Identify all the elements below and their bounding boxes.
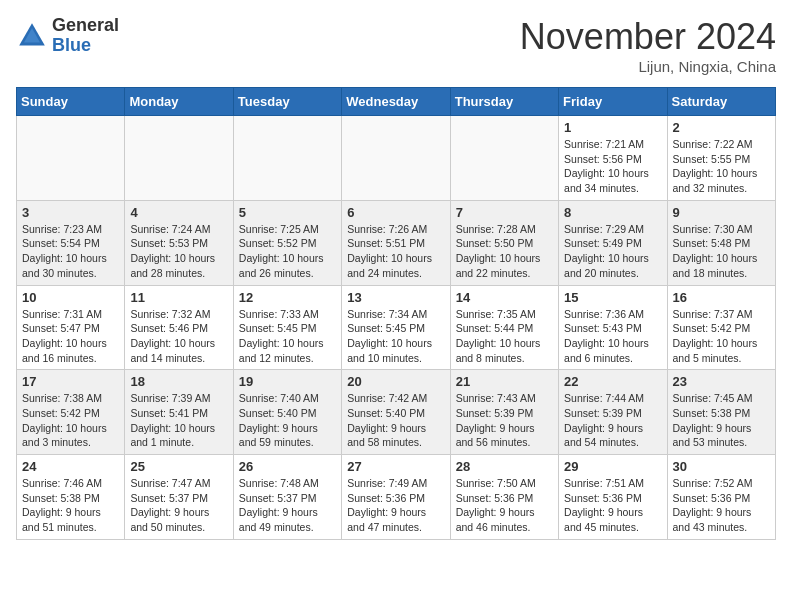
- calendar-cell: 20Sunrise: 7:42 AMSunset: 5:40 PMDayligh…: [342, 370, 450, 455]
- day-number: 16: [673, 290, 770, 305]
- day-info: Sunrise: 7:30 AMSunset: 5:48 PMDaylight:…: [673, 222, 770, 281]
- calendar-cell: 28Sunrise: 7:50 AMSunset: 5:36 PMDayligh…: [450, 455, 558, 540]
- calendar-cell: 1Sunrise: 7:21 AMSunset: 5:56 PMDaylight…: [559, 116, 667, 201]
- day-number: 21: [456, 374, 553, 389]
- calendar-cell: [125, 116, 233, 201]
- day-info: Sunrise: 7:44 AMSunset: 5:39 PMDaylight:…: [564, 391, 661, 450]
- day-info: Sunrise: 7:22 AMSunset: 5:55 PMDaylight:…: [673, 137, 770, 196]
- calendar-header-row: SundayMondayTuesdayWednesdayThursdayFrid…: [17, 88, 776, 116]
- day-info: Sunrise: 7:26 AMSunset: 5:51 PMDaylight:…: [347, 222, 444, 281]
- day-info: Sunrise: 7:42 AMSunset: 5:40 PMDaylight:…: [347, 391, 444, 450]
- calendar-cell: 15Sunrise: 7:36 AMSunset: 5:43 PMDayligh…: [559, 285, 667, 370]
- calendar-cell: 3Sunrise: 7:23 AMSunset: 5:54 PMDaylight…: [17, 200, 125, 285]
- calendar-row: 10Sunrise: 7:31 AMSunset: 5:47 PMDayligh…: [17, 285, 776, 370]
- day-info: Sunrise: 7:48 AMSunset: 5:37 PMDaylight:…: [239, 476, 336, 535]
- calendar-cell: 11Sunrise: 7:32 AMSunset: 5:46 PMDayligh…: [125, 285, 233, 370]
- calendar-row: 24Sunrise: 7:46 AMSunset: 5:38 PMDayligh…: [17, 455, 776, 540]
- day-number: 18: [130, 374, 227, 389]
- day-info: Sunrise: 7:37 AMSunset: 5:42 PMDaylight:…: [673, 307, 770, 366]
- logo-icon: [16, 20, 48, 52]
- day-number: 19: [239, 374, 336, 389]
- calendar-cell: 25Sunrise: 7:47 AMSunset: 5:37 PMDayligh…: [125, 455, 233, 540]
- day-info: Sunrise: 7:50 AMSunset: 5:36 PMDaylight:…: [456, 476, 553, 535]
- calendar-cell: 17Sunrise: 7:38 AMSunset: 5:42 PMDayligh…: [17, 370, 125, 455]
- day-info: Sunrise: 7:29 AMSunset: 5:49 PMDaylight:…: [564, 222, 661, 281]
- day-info: Sunrise: 7:32 AMSunset: 5:46 PMDaylight:…: [130, 307, 227, 366]
- calendar-cell: 5Sunrise: 7:25 AMSunset: 5:52 PMDaylight…: [233, 200, 341, 285]
- weekday-header: Monday: [125, 88, 233, 116]
- day-info: Sunrise: 7:52 AMSunset: 5:36 PMDaylight:…: [673, 476, 770, 535]
- day-info: Sunrise: 7:51 AMSunset: 5:36 PMDaylight:…: [564, 476, 661, 535]
- calendar-cell: 16Sunrise: 7:37 AMSunset: 5:42 PMDayligh…: [667, 285, 775, 370]
- calendar-cell: 23Sunrise: 7:45 AMSunset: 5:38 PMDayligh…: [667, 370, 775, 455]
- day-info: Sunrise: 7:36 AMSunset: 5:43 PMDaylight:…: [564, 307, 661, 366]
- calendar-cell: 30Sunrise: 7:52 AMSunset: 5:36 PMDayligh…: [667, 455, 775, 540]
- day-info: Sunrise: 7:31 AMSunset: 5:47 PMDaylight:…: [22, 307, 119, 366]
- calendar-cell: 22Sunrise: 7:44 AMSunset: 5:39 PMDayligh…: [559, 370, 667, 455]
- calendar-cell: 18Sunrise: 7:39 AMSunset: 5:41 PMDayligh…: [125, 370, 233, 455]
- calendar-cell: [342, 116, 450, 201]
- calendar-cell: 27Sunrise: 7:49 AMSunset: 5:36 PMDayligh…: [342, 455, 450, 540]
- day-info: Sunrise: 7:28 AMSunset: 5:50 PMDaylight:…: [456, 222, 553, 281]
- day-number: 27: [347, 459, 444, 474]
- day-info: Sunrise: 7:21 AMSunset: 5:56 PMDaylight:…: [564, 137, 661, 196]
- day-number: 2: [673, 120, 770, 135]
- weekday-header: Sunday: [17, 88, 125, 116]
- day-info: Sunrise: 7:38 AMSunset: 5:42 PMDaylight:…: [22, 391, 119, 450]
- calendar-cell: 8Sunrise: 7:29 AMSunset: 5:49 PMDaylight…: [559, 200, 667, 285]
- calendar-cell: 9Sunrise: 7:30 AMSunset: 5:48 PMDaylight…: [667, 200, 775, 285]
- calendar-cell: 21Sunrise: 7:43 AMSunset: 5:39 PMDayligh…: [450, 370, 558, 455]
- day-info: Sunrise: 7:47 AMSunset: 5:37 PMDaylight:…: [130, 476, 227, 535]
- day-number: 10: [22, 290, 119, 305]
- calendar-cell: 2Sunrise: 7:22 AMSunset: 5:55 PMDaylight…: [667, 116, 775, 201]
- calendar-row: 1Sunrise: 7:21 AMSunset: 5:56 PMDaylight…: [17, 116, 776, 201]
- day-number: 7: [456, 205, 553, 220]
- day-info: Sunrise: 7:46 AMSunset: 5:38 PMDaylight:…: [22, 476, 119, 535]
- day-number: 17: [22, 374, 119, 389]
- day-number: 25: [130, 459, 227, 474]
- calendar-row: 17Sunrise: 7:38 AMSunset: 5:42 PMDayligh…: [17, 370, 776, 455]
- calendar-row: 3Sunrise: 7:23 AMSunset: 5:54 PMDaylight…: [17, 200, 776, 285]
- calendar-cell: [450, 116, 558, 201]
- weekday-header: Saturday: [667, 88, 775, 116]
- day-number: 3: [22, 205, 119, 220]
- calendar-cell: 10Sunrise: 7:31 AMSunset: 5:47 PMDayligh…: [17, 285, 125, 370]
- day-number: 4: [130, 205, 227, 220]
- calendar-cell: [233, 116, 341, 201]
- logo-general-text: General: [52, 16, 119, 36]
- day-info: Sunrise: 7:43 AMSunset: 5:39 PMDaylight:…: [456, 391, 553, 450]
- day-number: 20: [347, 374, 444, 389]
- calendar-cell: 26Sunrise: 7:48 AMSunset: 5:37 PMDayligh…: [233, 455, 341, 540]
- title-block: November 2024 Lijun, Ningxia, China: [520, 16, 776, 75]
- calendar-cell: [17, 116, 125, 201]
- calendar-cell: 12Sunrise: 7:33 AMSunset: 5:45 PMDayligh…: [233, 285, 341, 370]
- day-number: 5: [239, 205, 336, 220]
- weekday-header: Wednesday: [342, 88, 450, 116]
- location: Lijun, Ningxia, China: [520, 58, 776, 75]
- weekday-header: Friday: [559, 88, 667, 116]
- calendar-cell: 4Sunrise: 7:24 AMSunset: 5:53 PMDaylight…: [125, 200, 233, 285]
- calendar-cell: 24Sunrise: 7:46 AMSunset: 5:38 PMDayligh…: [17, 455, 125, 540]
- day-number: 12: [239, 290, 336, 305]
- day-number: 9: [673, 205, 770, 220]
- day-info: Sunrise: 7:49 AMSunset: 5:36 PMDaylight:…: [347, 476, 444, 535]
- day-number: 1: [564, 120, 661, 135]
- day-number: 23: [673, 374, 770, 389]
- day-number: 30: [673, 459, 770, 474]
- calendar-cell: 19Sunrise: 7:40 AMSunset: 5:40 PMDayligh…: [233, 370, 341, 455]
- weekday-header: Thursday: [450, 88, 558, 116]
- day-info: Sunrise: 7:45 AMSunset: 5:38 PMDaylight:…: [673, 391, 770, 450]
- day-number: 6: [347, 205, 444, 220]
- calendar-table: SundayMondayTuesdayWednesdayThursdayFrid…: [16, 87, 776, 540]
- calendar-cell: 7Sunrise: 7:28 AMSunset: 5:50 PMDaylight…: [450, 200, 558, 285]
- page-header: General Blue November 2024 Lijun, Ningxi…: [16, 16, 776, 75]
- day-info: Sunrise: 7:40 AMSunset: 5:40 PMDaylight:…: [239, 391, 336, 450]
- month-title: November 2024: [520, 16, 776, 58]
- day-number: 14: [456, 290, 553, 305]
- day-number: 13: [347, 290, 444, 305]
- logo-blue-text: Blue: [52, 36, 119, 56]
- day-number: 22: [564, 374, 661, 389]
- day-info: Sunrise: 7:39 AMSunset: 5:41 PMDaylight:…: [130, 391, 227, 450]
- day-info: Sunrise: 7:35 AMSunset: 5:44 PMDaylight:…: [456, 307, 553, 366]
- day-info: Sunrise: 7:25 AMSunset: 5:52 PMDaylight:…: [239, 222, 336, 281]
